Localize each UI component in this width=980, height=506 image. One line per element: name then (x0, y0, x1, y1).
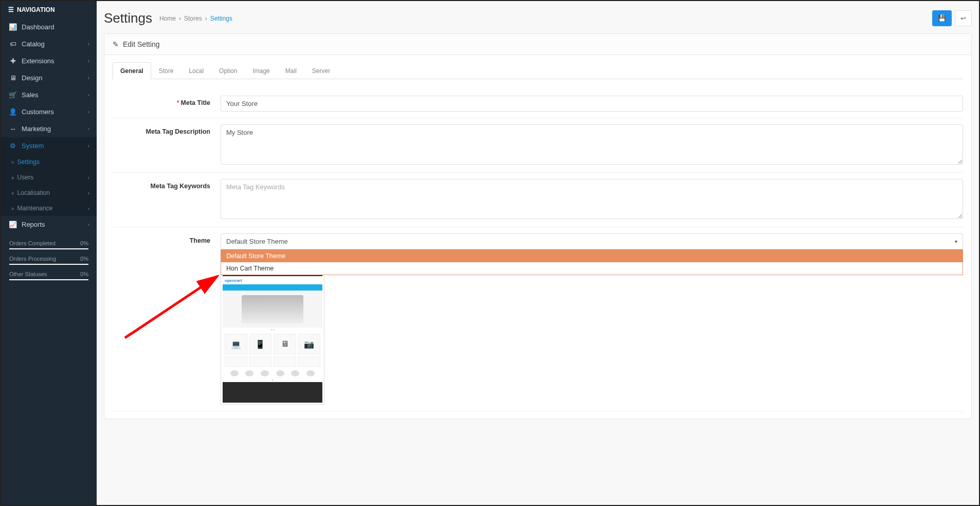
sidebar-item-dashboard[interactable]: 📊Dashboard (1, 19, 97, 35)
share-icon: ↔ (8, 125, 17, 133)
sidebar-item-sales[interactable]: 🛒Sales› (1, 86, 97, 103)
sidebar-item-label: Maintenance (17, 205, 53, 212)
panel-title: Edit Setting (123, 40, 160, 48)
panel-heading: ✎ Edit Setting (104, 34, 971, 55)
stat-value: 0% (80, 240, 88, 246)
chevron-right-icon: › (88, 58, 89, 64)
pencil-icon: ✎ (113, 40, 119, 48)
sidebar-item-label: Reports (22, 221, 45, 228)
chevron-right-icon: › (88, 206, 89, 211)
chevron-right-icon: › (88, 41, 89, 47)
gear-icon: ⚙ (8, 142, 17, 150)
user-icon: 👤 (8, 108, 17, 116)
arrow-icon: » (11, 206, 14, 211)
sidebar-item-label: Localisation (17, 189, 50, 196)
sidebar-item-label: Marketing (22, 125, 51, 133)
chevron-right-icon: › (88, 222, 89, 227)
breadcrumb-stores[interactable]: Stores (184, 15, 202, 22)
sidebar-item-label: Extensions (22, 57, 55, 65)
cart-icon: 🛒 (8, 91, 17, 99)
breadcrumb-settings[interactable]: Settings (210, 15, 232, 22)
sidebar-item-label: Dashboard (22, 23, 55, 31)
stat-label: Other Statuses (9, 271, 47, 277)
theme-option-default[interactable]: Default Store Theme (221, 250, 963, 262)
tab-server[interactable]: Server (304, 62, 338, 79)
chevron-right-icon: › (88, 190, 89, 196)
meta-description-textarea[interactable]: My Store (221, 124, 963, 165)
label-theme: Theme (113, 233, 221, 405)
meta-keywords-textarea[interactable] (221, 179, 963, 219)
sidebar-item-label: Design (22, 74, 42, 82)
back-icon: ↩ (960, 14, 966, 22)
sidebar-item-label: Catalog (22, 40, 45, 48)
sidebar-subitem-maintenance[interactable]: »Maintenance› (1, 201, 97, 216)
hamburger-icon[interactable]: ☰ (8, 6, 14, 13)
stat-other-statuses: Other Statuses0% (9, 271, 88, 280)
sidebar-item-extensions[interactable]: ✚Extensions› (1, 52, 97, 69)
sidebar-item-catalog[interactable]: 🏷Catalog› (1, 35, 97, 52)
chevron-right-icon: › (88, 126, 89, 132)
sidebar-item-label: Sales (22, 91, 39, 99)
chevron-right-icon: › (88, 143, 89, 149)
chart-icon: 📈 (8, 221, 17, 228)
sidebar-item-label: Customers (22, 108, 54, 116)
chevron-right-icon: › (88, 92, 89, 98)
monitor-icon: 🖥 (8, 74, 17, 82)
tab-image[interactable]: Image (245, 62, 277, 79)
arrow-icon: » (11, 175, 14, 180)
sidebar-item-reports[interactable]: 📈Reports› (1, 216, 97, 233)
stat-orders-completed: Orders Completed0% (9, 240, 88, 249)
caret-down-icon: ▾ (955, 239, 957, 244)
cancel-button[interactable]: ↩ (955, 10, 972, 26)
chevron-right-icon: › (88, 75, 89, 81)
tab-general[interactable]: General (113, 62, 151, 79)
save-icon: 💾 (938, 14, 946, 22)
sidebar-item-design[interactable]: 🖥Design› (1, 69, 97, 86)
meta-title-input[interactable] (221, 96, 963, 112)
label-meta-description: Meta Tag Description (113, 124, 221, 166)
tab-store[interactable]: Store (151, 62, 182, 79)
sidebar-item-customers[interactable]: 👤Customers› (1, 103, 97, 120)
sidebar-item-label: Users (17, 174, 33, 181)
tab-local[interactable]: Local (181, 62, 211, 79)
breadcrumb: Home› Stores› Settings (159, 15, 232, 22)
dashboard-icon: 📊 (8, 23, 17, 31)
label-meta-title: *Meta Title (113, 96, 221, 112)
stat-value: 0% (80, 256, 88, 262)
page-title: Settings (104, 10, 152, 26)
sidebar-header: ☰ NAVIGATION (1, 1, 97, 19)
label-meta-keywords: Meta Tag Keywords (113, 179, 221, 221)
stat-orders-processing: Orders Processing0% (9, 256, 88, 265)
stat-value: 0% (80, 271, 88, 277)
theme-preview-image: opencart • • 💻 📱 🖥 📷 (221, 268, 324, 405)
theme-option-honcart[interactable]: Hon Cart Theme (221, 262, 963, 275)
theme-select-value: Default Store Theme (226, 238, 288, 245)
arrow-icon: » (11, 190, 14, 196)
sidebar-subitem-settings[interactable]: »Settings (1, 154, 97, 170)
stat-label: Orders Processing (9, 256, 56, 262)
sidebar-subitem-users[interactable]: »Users› (1, 170, 97, 185)
tab-option[interactable]: Option (211, 62, 245, 79)
tag-icon: 🏷 (8, 40, 17, 48)
stat-label: Orders Completed (9, 240, 56, 246)
tab-mail[interactable]: Mail (278, 62, 304, 79)
sidebar-item-system[interactable]: ⚙System› (1, 137, 97, 154)
save-button[interactable]: 💾 (932, 10, 952, 26)
sidebar-item-label: System (22, 142, 44, 150)
theme-dropdown: Default Store Theme Hon Cart Theme (221, 249, 963, 275)
puzzle-icon: ✚ (8, 57, 17, 65)
theme-select[interactable]: Default Store Theme ▾ (221, 233, 963, 249)
chevron-right-icon: › (88, 109, 89, 115)
chevron-right-icon: › (88, 175, 89, 180)
sidebar-subitem-localisation[interactable]: »Localisation› (1, 185, 97, 201)
arrow-icon: » (11, 159, 14, 165)
sidebar-item-marketing[interactable]: ↔Marketing› (1, 120, 97, 137)
breadcrumb-home[interactable]: Home (159, 15, 176, 22)
navigation-title: NAVIGATION (17, 6, 55, 13)
sidebar-item-label: Settings (17, 158, 40, 166)
